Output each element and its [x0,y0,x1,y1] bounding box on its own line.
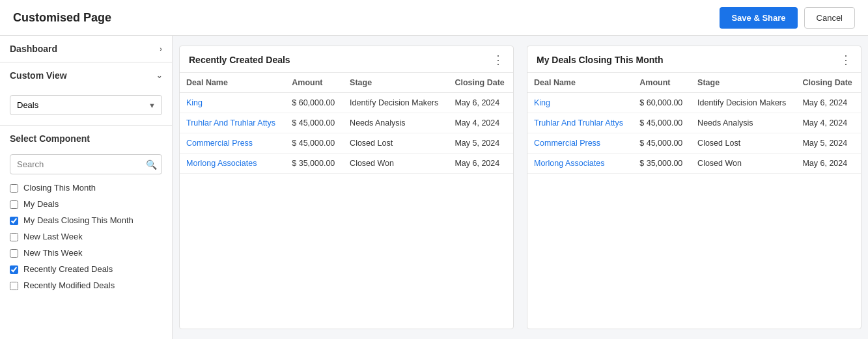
deal-table: Deal NameAmountStageClosing DateKing$ 60… [527,73,861,174]
deal-closing-date-cell: May 5, 2024 [796,133,861,154]
checkbox-label: My Deals [23,199,59,209]
deal-stage-cell: Needs Analysis [691,113,796,133]
deal-amount-cell: $ 35,000.00 [285,154,343,174]
search-input[interactable] [10,154,162,174]
deal-closing-date-cell: May 6, 2024 [448,93,513,113]
table-wrapper: Deal NameAmountStageClosing DateKing$ 60… [527,73,861,329]
panel-menu-icon[interactable]: ⋮ [492,54,504,66]
checkbox-label: New This Week [23,248,83,258]
deal-name-cell: King [527,93,633,113]
deal-name-link[interactable]: Commercial Press [534,139,600,148]
select-component-label: Select Component [10,133,90,144]
table-column-header: Closing Date [448,73,513,93]
deal-closing-date-cell: May 6, 2024 [796,93,861,113]
panel-title: My Deals Closing This Month [537,55,663,65]
list-item: Closing This Month [10,180,162,196]
checkbox-recently_created_deals[interactable] [10,265,18,274]
table-row: Truhlar And Truhlar Attys$ 45,000.00Need… [527,113,861,133]
deal-stage-cell: Closed Won [691,154,796,174]
deal-amount-cell: $ 45,000.00 [633,133,691,154]
deal-name-link[interactable]: Truhlar And Truhlar Attys [534,118,623,128]
deal-name-cell: Morlong Associates [527,154,633,174]
panel-title: Recently Created Deals [189,55,290,65]
panel-recently_created_deals: Recently Created Deals⋮Deal NameAmountSt… [179,46,514,329]
table-row: Morlong Associates$ 35,000.00Closed WonM… [527,154,861,174]
dashboard-header[interactable]: Dashboard › [0,36,172,62]
table-column-header: Amount [633,73,691,93]
deal-closing-date-cell: May 6, 2024 [448,154,513,174]
deal-stage-cell: Identify Decision Makers [691,93,796,113]
checkbox-closing_this_month[interactable] [10,184,18,193]
deal-name-link[interactable]: Commercial Press [186,139,253,148]
panel-menu-icon[interactable]: ⋮ [840,54,852,66]
save-share-button[interactable]: Save & Share [720,7,797,29]
checkbox-new_last_week[interactable] [10,233,18,241]
deal-table: Deal NameAmountStageClosing DateKing$ 60… [180,73,513,174]
table-column-header: Stage [691,73,796,93]
checkbox-label: Recently Modified Deals [23,280,115,290]
deals-select[interactable]: Deals [10,95,162,115]
custom-view-content: Deals ▼ [0,88,172,125]
sidebar: Dashboard › Custom View ⌄ Deals ▼ Select… [0,36,173,339]
deal-stage-cell: Closed Lost [691,133,796,154]
select-component-section: Select Component 🔍 Closing This MonthMy … [0,126,172,293]
chevron-down-icon: ⌄ [156,72,162,80]
deals-select-wrapper[interactable]: Deals ▼ [10,95,162,115]
table-column-header: Deal Name [180,73,285,93]
deal-amount-cell: $ 60,000.00 [633,93,691,113]
table-row: Commercial Press$ 45,000.00Closed LostMa… [180,133,513,154]
deal-amount-cell: $ 35,000.00 [633,154,691,174]
table-row: King$ 60,000.00Identify Decision MakersM… [180,93,513,113]
cancel-button[interactable]: Cancel [804,7,855,29]
deal-stage-cell: Needs Analysis [343,113,448,133]
deal-name-cell: Commercial Press [527,133,633,154]
deal-amount-cell: $ 45,000.00 [633,113,691,133]
page-title: Customised Page [13,11,111,25]
deal-stage-cell: Closed Lost [343,133,448,154]
deal-closing-date-cell: May 4, 2024 [448,113,513,133]
dashboard-section: Dashboard › [0,36,172,62]
content-area: Recently Created Deals⋮Deal NameAmountSt… [173,36,868,339]
table-column-header: Closing Date [796,73,861,93]
deal-closing-date-cell: May 4, 2024 [796,113,861,133]
select-component-label-wrap: Select Component [0,126,172,146]
checkbox-my_deals_closing_this_month[interactable] [10,217,18,225]
chevron-right-icon: › [160,45,162,53]
panel-header: My Deals Closing This Month⋮ [527,46,861,73]
component-list: Closing This MonthMy DealsMy Deals Closi… [0,180,172,293]
custom-view-header[interactable]: Custom View ⌄ [0,62,172,88]
deal-name-link[interactable]: Morlong Associates [534,159,604,168]
panel-header: Recently Created Deals⋮ [180,46,513,73]
table-row: Truhlar And Truhlar Attys$ 45,000.00Need… [180,113,513,133]
deal-name-cell: Truhlar And Truhlar Attys [527,113,633,133]
search-icon: 🔍 [146,159,157,170]
checkbox-recently_modified_deals[interactable] [10,282,18,290]
deal-closing-date-cell: May 6, 2024 [796,154,861,174]
deal-name-link[interactable]: King [534,98,550,107]
table-column-header: Stage [343,73,448,93]
panel-my_deals_closing_this_month: My Deals Closing This Month⋮Deal NameAmo… [527,46,861,329]
checkbox-list: Closing This MonthMy DealsMy Deals Closi… [0,180,172,293]
checkbox-label: New Last Week [23,232,83,241]
table-row: Morlong Associates$ 35,000.00Closed WonM… [180,154,513,174]
custom-view-label: Custom View [10,70,67,81]
deal-name-cell: Commercial Press [180,133,285,154]
deal-name-cell: Morlong Associates [180,154,285,174]
checkbox-my_deals[interactable] [10,200,18,209]
deal-amount-cell: $ 45,000.00 [285,113,343,133]
deal-name-link[interactable]: Truhlar And Truhlar Attys [186,118,275,128]
deal-name-cell: King [180,93,285,113]
table-row: King$ 60,000.00Identify Decision MakersM… [527,93,861,113]
deal-amount-cell: $ 60,000.00 [285,93,343,113]
deal-name-link[interactable]: Morlong Associates [186,159,257,168]
search-wrapper: 🔍 [10,154,162,174]
list-item: Recently Modified Deals [10,277,162,293]
deal-stage-cell: Identify Decision Makers [343,93,448,113]
checkbox-new_this_week[interactable] [10,249,18,258]
custom-view-section: Custom View ⌄ Deals ▼ [0,62,172,126]
deal-name-link[interactable]: King [186,98,203,107]
header: Customised Page Save & Share Cancel [0,0,868,36]
dashboard-label: Dashboard [10,44,57,54]
table-column-header: Amount [285,73,343,93]
header-actions: Save & Share Cancel [720,7,855,29]
